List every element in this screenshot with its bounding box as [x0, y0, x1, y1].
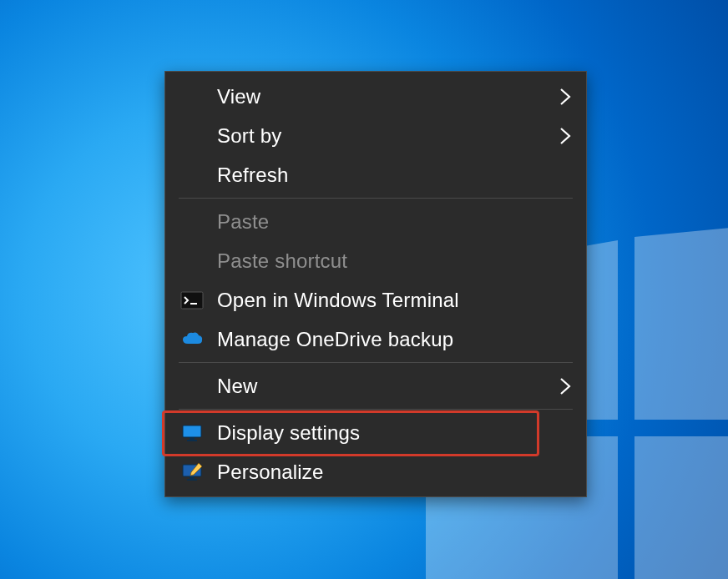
- menu-separator: [179, 198, 573, 199]
- menu-item-label: Refresh: [217, 164, 288, 187]
- chevron-right-icon: [559, 127, 571, 145]
- terminal-icon: [180, 289, 204, 312]
- menu-separator: [179, 362, 573, 363]
- menu-item-label: View: [217, 85, 260, 108]
- menu-item-new[interactable]: New: [165, 366, 586, 405]
- menu-separator: [179, 409, 573, 410]
- menu-item-label: New: [217, 375, 258, 398]
- menu-item-label: Open in Windows Terminal: [217, 289, 459, 312]
- menu-item-sort-by[interactable]: Sort by: [165, 116, 586, 155]
- menu-item-refresh[interactable]: Refresh: [165, 155, 586, 194]
- personalize-icon: [180, 461, 204, 484]
- onedrive-icon: [180, 328, 204, 351]
- menu-item-display-settings[interactable]: Display settings: [165, 413, 586, 452]
- menu-item-label: Display settings: [217, 421, 360, 445]
- chevron-right-icon: [559, 88, 571, 106]
- menu-item-onedrive-backup[interactable]: Manage OneDrive backup: [165, 320, 586, 359]
- svg-marker-1: [634, 215, 728, 420]
- menu-item-personalize[interactable]: Personalize: [165, 452, 586, 491]
- chevron-right-icon: [559, 377, 571, 395]
- display-icon: [180, 421, 204, 445]
- menu-item-paste-shortcut: Paste shortcut: [165, 241, 586, 280]
- menu-item-label: Manage OneDrive backup: [217, 328, 453, 351]
- svg-rect-8: [187, 440, 197, 441]
- svg-marker-3: [634, 436, 728, 579]
- menu-item-view[interactable]: View: [165, 77, 586, 116]
- svg-rect-10: [190, 476, 195, 479]
- menu-item-label: Sort by: [217, 124, 281, 148]
- menu-item-open-windows-terminal[interactable]: Open in Windows Terminal: [165, 280, 586, 320]
- menu-item-paste: Paste: [165, 202, 586, 241]
- menu-item-label: Paste: [217, 210, 269, 234]
- svg-rect-7: [190, 437, 195, 440]
- menu-item-label: Paste shortcut: [217, 249, 347, 273]
- svg-rect-11: [187, 479, 197, 481]
- desktop-wallpaper[interactable]: View Sort by Refresh Paste Paste shortcu…: [0, 0, 728, 579]
- svg-rect-6: [183, 425, 201, 437]
- desktop-context-menu: View Sort by Refresh Paste Paste shortcu…: [164, 71, 587, 497]
- menu-item-label: Personalize: [217, 461, 324, 484]
- svg-rect-4: [181, 292, 203, 309]
